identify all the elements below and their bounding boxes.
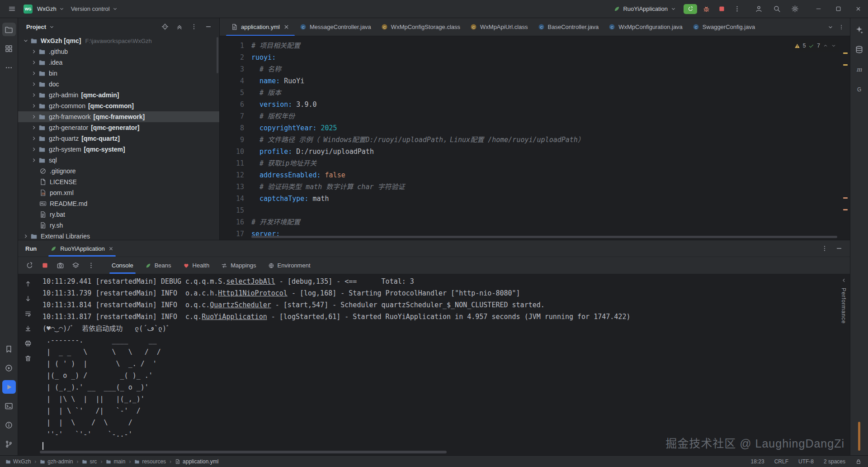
- hide-panel[interactable]: [203, 21, 214, 32]
- editor-tab-MessageController.java[interactable]: CMessageController.java: [295, 18, 376, 36]
- tool-project[interactable]: [2, 23, 16, 36]
- tool-services[interactable]: [2, 361, 16, 375]
- main-menu-button[interactable]: [5, 3, 18, 15]
- editor-tab-WxMpConfiguration.java[interactable]: CWxMpConfiguration.java: [604, 18, 688, 36]
- tree-item-.idea[interactable]: .idea: [18, 57, 219, 68]
- tree-item-.gitignore[interactable]: .gitignore: [18, 166, 219, 176]
- tool-bookmarks[interactable]: [2, 342, 16, 356]
- performance-stub[interactable]: Performance: [837, 274, 850, 455]
- encoding-widget[interactable]: UTF-8: [798, 458, 814, 465]
- rerun-application-button[interactable]: [684, 4, 697, 14]
- tool-structure[interactable]: [2, 42, 16, 55]
- editor-tab-application.yml[interactable]: application.yml: [226, 18, 295, 36]
- panel-options[interactable]: [819, 243, 830, 254]
- tree-item-gzh-generator[interactable]: gzh-generator[qmc-generator]: [18, 122, 219, 133]
- stop-button[interactable]: [715, 3, 728, 15]
- hidden-tabs-icon[interactable]: [827, 24, 834, 30]
- project-panel-title[interactable]: Project: [26, 24, 46, 30]
- run-view-tab-console[interactable]: Console: [106, 257, 139, 274]
- project-switcher[interactable]: WxGzh: [35, 3, 66, 15]
- editor[interactable]: 1# 项目相关配置2ruoyi:3 # 名称4 name: RuoYi5 # 版…: [220, 36, 850, 240]
- tree-item-doc[interactable]: doc: [18, 79, 219, 90]
- scroll-to-end[interactable]: [23, 323, 33, 334]
- tree-item-pom.xml[interactable]: mpom.xml: [18, 187, 219, 198]
- toolbar-more[interactable]: [85, 260, 97, 272]
- close-button[interactable]: [848, 0, 868, 18]
- user-profile[interactable]: [752, 3, 765, 15]
- prev-occurrence[interactable]: [23, 278, 33, 289]
- console-output-area[interactable]: 10:11:29.441 [restartedMain] DEBUG c.q.q…: [38, 274, 837, 455]
- breadcrumb-resources[interactable]: resources: [134, 458, 166, 465]
- run-view-tab-health[interactable]: Health: [177, 257, 216, 274]
- tool-gradle[interactable]: G: [853, 82, 866, 96]
- prev-problem-icon[interactable]: [823, 43, 828, 48]
- tree-item-ry.sh[interactable]: ry.sh: [18, 220, 219, 231]
- rerun[interactable]: [24, 260, 35, 272]
- console-vscrollbar[interactable]: [858, 422, 860, 451]
- tree-item-external-libraries[interactable]: External Libraries: [18, 231, 219, 240]
- tree-item-ry.bat[interactable]: ry.bat: [18, 209, 219, 220]
- vcs-menu[interactable]: Version control: [69, 3, 120, 15]
- tree-item-gzh-quartz[interactable]: gzh-quartz[qmc-quartz]: [18, 133, 219, 144]
- debug-button[interactable]: [700, 3, 712, 15]
- inspections-widget[interactable]: 5 7: [792, 39, 839, 52]
- run-view-tab-environment[interactable]: Environment: [262, 257, 316, 274]
- line-separator-widget[interactable]: CRLF: [774, 458, 788, 465]
- maximize-button[interactable]: [828, 0, 848, 18]
- layers[interactable]: [70, 260, 81, 272]
- tool-problems[interactable]: [2, 418, 16, 432]
- settings[interactable]: [788, 3, 801, 15]
- breadcrumb-gzh-admin[interactable]: gzh-admin: [40, 458, 73, 465]
- tool-run[interactable]: [2, 380, 16, 394]
- breadcrumb-application.yml[interactable]: application.yml: [175, 458, 218, 465]
- tree-item-gzh-system[interactable]: gzh-system[qmc-system]: [18, 144, 219, 155]
- locate-file[interactable]: [160, 21, 170, 32]
- editor-tab-WxMpConfigStorage.class[interactable]: CWxMpConfigStorage.class: [376, 18, 465, 36]
- print[interactable]: [23, 338, 33, 349]
- tool-terminal[interactable]: [2, 399, 16, 413]
- soft-wrap[interactable]: [23, 308, 33, 319]
- close-icon[interactable]: [108, 246, 114, 252]
- collapse-all[interactable]: [174, 21, 185, 32]
- editor-tab-BaseController.java[interactable]: CBaseController.java: [533, 18, 604, 36]
- tree-item-sql[interactable]: sql: [18, 155, 219, 166]
- run-more-options[interactable]: [731, 3, 743, 15]
- tree-item-bin[interactable]: bin: [18, 68, 219, 79]
- tree-item-gzh-admin[interactable]: gzh-admin[qmc-admin]: [18, 90, 219, 100]
- tool-ai-assistant[interactable]: [853, 23, 866, 36]
- run-view-tab-mappings[interactable]: Mappings: [215, 257, 262, 274]
- next-problem-icon[interactable]: [831, 43, 836, 48]
- thread-dump[interactable]: [54, 260, 66, 272]
- tool-more[interactable]: [2, 61, 16, 74]
- run-config-tab[interactable]: RuoYiApplication: [46, 240, 118, 257]
- tree-item-.github[interactable]: .github: [18, 46, 219, 57]
- panel-options[interactable]: [189, 21, 199, 32]
- tree-item-license[interactable]: LICENSE: [18, 176, 219, 187]
- breadcrumb-main[interactable]: main: [106, 458, 125, 465]
- search-everywhere[interactable]: [770, 3, 783, 15]
- close-icon[interactable]: [283, 24, 290, 30]
- chevron-down-icon[interactable]: [49, 24, 55, 30]
- caret-position-widget[interactable]: 18:23: [751, 458, 764, 465]
- tool-maven[interactable]: m: [853, 62, 866, 76]
- indent-widget[interactable]: 2 spaces: [824, 458, 845, 465]
- tree-scrollbar[interactable]: [217, 37, 218, 73]
- tab-options-icon[interactable]: [838, 24, 844, 30]
- breadcrumb-src[interactable]: src: [82, 458, 97, 465]
- console-hscrollbar[interactable]: [40, 451, 447, 453]
- tool-database[interactable]: [853, 43, 866, 56]
- tree-item-readme.md[interactable]: README.md: [18, 198, 219, 209]
- tree-item-gzh-common[interactable]: gzh-common[qmc-common]: [18, 100, 219, 111]
- run-view-tab-beans[interactable]: Beans: [139, 257, 177, 274]
- tool-version-control[interactable]: [2, 437, 16, 451]
- tree-item-gzh-framework[interactable]: gzh-framework[qmc-framework]: [18, 111, 219, 122]
- next-occurrence[interactable]: [23, 293, 33, 304]
- editor-tab-SwaggerConfig.java[interactable]: CSwaggerConfig.java: [688, 18, 760, 36]
- project-tree[interactable]: WxGzh [qmc]F:\javaworkspace\WxGzh.github…: [18, 35, 219, 240]
- breadcrumb-WxGzh[interactable]: WxGzh: [5, 458, 31, 465]
- readonly-lock-icon[interactable]: [855, 458, 862, 465]
- run-configuration-selector[interactable]: RuoYiApplication: [613, 5, 676, 12]
- editor-hscrollbar[interactable]: [251, 236, 837, 238]
- editor-tab-WxMpApiUrl.class[interactable]: CWxMpApiUrl.class: [465, 18, 533, 36]
- stop[interactable]: [39, 260, 51, 272]
